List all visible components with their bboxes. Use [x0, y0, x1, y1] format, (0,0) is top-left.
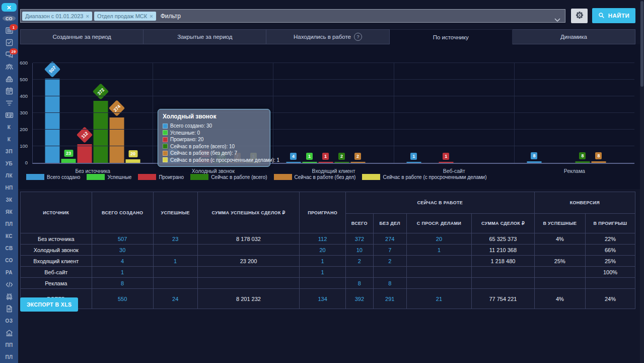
legend-item[interactable]: Успешные: [87, 174, 131, 180]
bar[interactable]: [575, 161, 590, 163]
table-cell[interactable]: 274: [373, 233, 406, 245]
table-cell[interactable]: 21: [406, 289, 471, 309]
sidebar-news-icon[interactable]: 1: [0, 24, 18, 36]
legend-item[interactable]: Сейчас в работе (без дел): [274, 174, 356, 180]
sidebar-robot-icon[interactable]: [0, 290, 18, 302]
sidebar-item-к[interactable]: К: [0, 133, 18, 145]
chip-remove-icon[interactable]: ×: [150, 13, 153, 19]
sidebar-item-нп[interactable]: НП: [0, 182, 18, 194]
find-button[interactable]: НАЙТИ: [592, 8, 635, 23]
filter-input[interactable]: Диапазон с 01.01.2023×Отдел продаж МСК×Ф…: [20, 9, 565, 23]
table-cell[interactable]: 1: [92, 267, 153, 278]
sidebar-item-пл[interactable]: ПЛ: [0, 218, 18, 230]
bar[interactable]: [126, 159, 140, 163]
table-cell[interactable]: 24: [153, 289, 197, 309]
tab-4[interactable]: По источнику: [390, 29, 513, 44]
table-cell[interactable]: 1: [300, 256, 346, 267]
table-cell[interactable]: 8: [345, 278, 373, 289]
sidebar-chat-icon[interactable]: 29: [0, 48, 18, 60]
sidebar-item-ра[interactable]: РА: [0, 266, 18, 278]
filter-chip-0[interactable]: Диапазон с 01.01.2023×: [22, 12, 92, 21]
table-cell[interactable]: 7: [373, 245, 406, 256]
table-cell[interactable]: 291: [373, 289, 406, 309]
tab-3[interactable]: Находились в работе?: [266, 29, 389, 44]
sidebar-item-уб[interactable]: УБ: [0, 157, 18, 169]
sidebar-id-card-icon[interactable]: [0, 109, 18, 121]
settings-button[interactable]: [571, 9, 588, 23]
table-cell[interactable]: 23: [153, 233, 197, 245]
table-cell[interactable]: 20: [406, 233, 471, 245]
export-xls-button[interactable]: ЭКСПОРТ В XLS: [20, 297, 78, 312]
sidebar-item-кс[interactable]: КС: [0, 230, 18, 242]
table-cell[interactable]: 372: [345, 233, 373, 245]
sidebar-item-со[interactable]: СО: [0, 254, 18, 266]
table-cell[interactable]: 550: [92, 289, 153, 309]
bar[interactable]: [78, 144, 92, 163]
table-cell[interactable]: 1: [153, 256, 197, 267]
tab-5[interactable]: Динамика: [513, 29, 635, 44]
sidebar-item-оз[interactable]: ОЗ: [0, 315, 18, 327]
bar[interactable]: [334, 162, 349, 163]
table-cell[interactable]: 10: [345, 245, 373, 256]
bar[interactable]: [439, 162, 453, 163]
legend-item[interactable]: Сейчас в работе (всего): [190, 174, 267, 180]
filter-chip-1[interactable]: Отдел продаж МСК×: [94, 12, 156, 21]
table-cell[interactable]: 2: [373, 256, 406, 267]
notification-badge: 29: [10, 48, 18, 54]
table-cell[interactable]: 134: [300, 289, 346, 309]
bar[interactable]: [286, 162, 301, 163]
avatar[interactable]: СО: [3, 16, 16, 21]
sidebar-item-пп[interactable]: ПП: [0, 339, 18, 351]
sidebar: × СО 129ККЗПУБЛКНПЗКЯКПЛКССВСОРАОЗПППЛ: [0, 0, 18, 363]
sidebar-item-зп[interactable]: ЗП: [0, 145, 18, 157]
table-cell[interactable]: 1: [300, 267, 346, 278]
table-cell[interactable]: 30: [92, 245, 153, 256]
sidebar-filter-icon[interactable]: [0, 97, 18, 109]
sidebar-cash-icon[interactable]: [0, 73, 18, 85]
sidebar-document-icon[interactable]: [0, 302, 18, 315]
bar[interactable]: [406, 162, 421, 163]
legend-item[interactable]: Проиграно: [138, 174, 184, 180]
table-cell: [345, 267, 373, 278]
bar[interactable]: [45, 79, 60, 163]
table-cell[interactable]: 2: [345, 256, 373, 267]
table-cell[interactable]: 8: [92, 278, 153, 289]
tab-1[interactable]: Созданные за период: [20, 29, 144, 44]
table-cell[interactable]: 20: [300, 245, 346, 256]
sidebar-bank-icon[interactable]: [0, 327, 18, 339]
tab-2[interactable]: Закрытые за период: [144, 29, 266, 44]
bar[interactable]: [302, 162, 317, 163]
help-icon[interactable]: ?: [354, 33, 362, 41]
sidebar-code-icon[interactable]: [0, 278, 18, 290]
chip-remove-icon[interactable]: ×: [86, 13, 89, 19]
bar[interactable]: [318, 162, 333, 163]
scrollbar-thumb[interactable]: [640, 1, 643, 87]
bar[interactable]: [61, 159, 76, 163]
sidebar-item-пл[interactable]: ПЛ: [0, 351, 18, 363]
table-cell[interactable]: 112: [300, 233, 346, 245]
bar[interactable]: [350, 162, 365, 163]
chevron-down-icon[interactable]: [554, 15, 560, 24]
table-cell[interactable]: 8: [373, 278, 406, 289]
sidebar-item-к[interactable]: К: [0, 121, 18, 133]
legend-item[interactable]: Сейчас в работе (с просроченными делами): [362, 174, 486, 180]
table-cell[interactable]: 4: [92, 256, 153, 267]
bar[interactable]: [591, 161, 606, 163]
bar[interactable]: [94, 101, 108, 163]
sidebar-users-icon[interactable]: [0, 60, 18, 73]
tooltip-swatch: [163, 151, 168, 156]
sidebar-item-лк[interactable]: ЛК: [0, 169, 18, 182]
sidebar-item-зк[interactable]: ЗК: [0, 194, 18, 206]
sidebar-item-св[interactable]: СВ: [0, 242, 18, 254]
sidebar-item-як[interactable]: ЯК: [0, 206, 18, 218]
table-cell[interactable]: 392: [345, 289, 373, 309]
sidebar-tasks-icon[interactable]: [0, 36, 18, 48]
bar[interactable]: [110, 117, 124, 163]
table-cell[interactable]: 507: [92, 233, 153, 245]
close-button[interactable]: ×: [2, 3, 17, 12]
legend-item[interactable]: Всего создано: [26, 174, 80, 180]
legend-label: Проиграно: [159, 174, 184, 180]
bar[interactable]: [527, 161, 541, 163]
sidebar-calendar-icon[interactable]: [0, 85, 18, 97]
table-cell[interactable]: 1: [406, 245, 471, 256]
